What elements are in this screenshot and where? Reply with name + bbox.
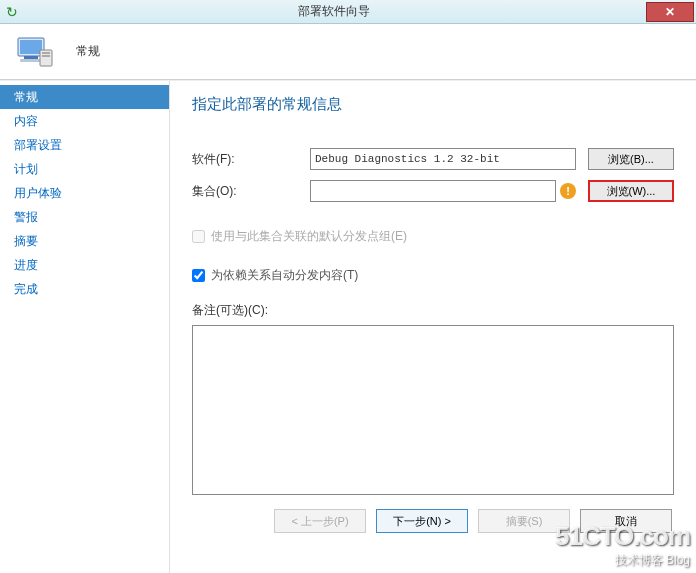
sidebar-item-user-experience[interactable]: 用户体验 bbox=[0, 181, 169, 205]
wizard-body: 常规 内容 部署设置 计划 用户体验 警报 摘要 进度 完成 指定此部署的常规信… bbox=[0, 80, 696, 573]
next-button[interactable]: 下一步(N) > bbox=[376, 509, 468, 533]
sidebar: 常规 内容 部署设置 计划 用户体验 警报 摘要 进度 完成 bbox=[0, 81, 170, 573]
svg-rect-1 bbox=[20, 40, 42, 54]
remark-label: 备注(可选)(C): bbox=[192, 302, 674, 319]
sidebar-item-general[interactable]: 常规 bbox=[0, 85, 169, 109]
remark-textarea[interactable] bbox=[192, 325, 674, 495]
use-assoc-dp-checkbox bbox=[192, 230, 205, 243]
close-button[interactable]: ✕ bbox=[646, 2, 694, 22]
sidebar-item-content[interactable]: 内容 bbox=[0, 109, 169, 133]
collection-row: 集合(O): ! 浏览(W)... bbox=[192, 180, 674, 202]
main-panel: 指定此部署的常规信息 软件(F): 浏览(B)... 集合(O): ! 浏览(W… bbox=[170, 81, 696, 573]
sidebar-item-deploy-settings[interactable]: 部署设置 bbox=[0, 133, 169, 157]
computer-icon bbox=[14, 34, 54, 70]
collection-field[interactable] bbox=[310, 180, 556, 202]
browse-collection-button[interactable]: 浏览(W)... bbox=[588, 180, 674, 202]
auto-dist-row[interactable]: 为依赖关系自动分发内容(T) bbox=[192, 267, 674, 284]
summary-button: 摘要(S) bbox=[478, 509, 570, 533]
window-title: 部署软件向导 bbox=[22, 3, 646, 20]
use-assoc-dp-row: 使用与此集合关联的默认分发点组(E) bbox=[192, 228, 674, 245]
wizard-header: 常规 bbox=[0, 24, 696, 80]
browse-software-button[interactable]: 浏览(B)... bbox=[588, 148, 674, 170]
auto-dist-label: 为依赖关系自动分发内容(T) bbox=[211, 267, 358, 284]
page-title: 指定此部署的常规信息 bbox=[192, 95, 674, 114]
header-label: 常规 bbox=[76, 43, 100, 60]
sidebar-item-alerts[interactable]: 警报 bbox=[0, 205, 169, 229]
software-row: 软件(F): 浏览(B)... bbox=[192, 148, 674, 170]
sidebar-item-finish[interactable]: 完成 bbox=[0, 277, 169, 301]
svg-rect-3 bbox=[20, 59, 42, 62]
cancel-button[interactable]: 取消 bbox=[580, 509, 672, 533]
svg-rect-5 bbox=[42, 52, 50, 54]
use-assoc-dp-label: 使用与此集合关联的默认分发点组(E) bbox=[211, 228, 407, 245]
svg-rect-2 bbox=[24, 56, 38, 59]
close-icon: ✕ bbox=[665, 5, 675, 19]
required-icon: ! bbox=[560, 183, 576, 199]
auto-dist-checkbox[interactable] bbox=[192, 269, 205, 282]
titlebar: ↻ 部署软件向导 ✕ bbox=[0, 0, 696, 24]
software-label: 软件(F): bbox=[192, 151, 310, 168]
sidebar-item-schedule[interactable]: 计划 bbox=[0, 157, 169, 181]
software-field[interactable] bbox=[310, 148, 576, 170]
collection-label: 集合(O): bbox=[192, 183, 310, 200]
wizard-icon: ↻ bbox=[6, 4, 22, 20]
sidebar-item-progress[interactable]: 进度 bbox=[0, 253, 169, 277]
prev-button: < 上一步(P) bbox=[274, 509, 366, 533]
sidebar-item-summary[interactable]: 摘要 bbox=[0, 229, 169, 253]
wizard-footer: < 上一步(P) 下一步(N) > 摘要(S) 取消 bbox=[192, 495, 674, 537]
svg-rect-6 bbox=[42, 55, 50, 57]
